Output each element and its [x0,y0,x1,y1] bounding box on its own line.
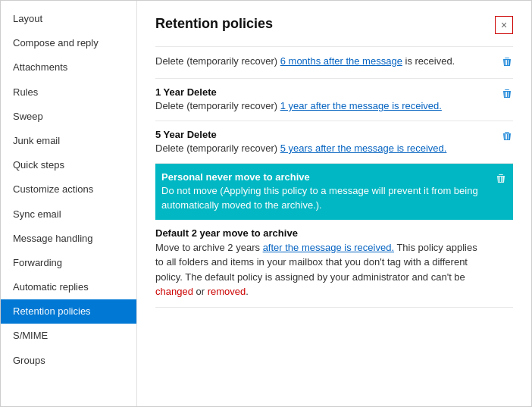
close-button[interactable]: × [495,16,513,34]
sidebar-item-groups[interactable]: Groups [1,349,136,373]
policy-desc-6-month: Delete (temporarily recover) 6 months af… [155,55,492,68]
policy-content-default-2-year: Default 2 year move to archiveMove to ar… [155,227,492,299]
policy-title-personal-never: Personal never move to archive [161,171,486,183]
page-title: Retention policies [155,16,273,32]
delete-icon-1-year[interactable] [501,88,513,102]
settings-window: LayoutCompose and replyAttachmentsRulesS… [0,0,532,407]
sidebar: LayoutCompose and replyAttachmentsRulesS… [1,1,137,406]
sidebar-item-message-handling[interactable]: Message handling [1,227,136,251]
sidebar-item-retention-policies[interactable]: Retention policies [1,299,136,324]
policy-content-6-month: Delete (temporarily recover) 6 months af… [155,55,501,68]
policy-title-5-year: 5 Year Delete [155,129,492,140]
policy-desc-default-2-year: Move to archive 2 years after the messag… [155,240,483,299]
policy-item-5-year[interactable]: 5 Year DeleteDelete (temporarily recover… [155,121,513,164]
sidebar-item-compose-reply[interactable]: Compose and reply [1,31,136,55]
policy-item-personal-never[interactable]: Personal never move to archiveDo not mov… [155,164,513,219]
sidebar-item-layout[interactable]: Layout [1,7,136,31]
policy-item-1-year[interactable]: 1 Year DeleteDelete (temporarily recover… [155,79,513,121]
sidebar-item-forwarding[interactable]: Forwarding [1,251,136,275]
policy-content-personal-never: Personal never move to archiveDo not mov… [161,171,495,211]
policy-title-default-2-year: Default 2 year move to archive [155,227,483,239]
sidebar-item-smime[interactable]: S/MIME [1,324,136,348]
policy-desc-1-year: Delete (temporarily recover) 1 year afte… [155,99,492,113]
policy-item-default-2-year[interactable]: Default 2 year move to archiveMove to ar… [155,220,513,308]
sidebar-item-junk-email[interactable]: Junk email [1,129,136,153]
delete-icon-personal-never[interactable] [495,173,507,187]
policy-content-5-year: 5 Year DeleteDelete (temporarily recover… [155,129,501,155]
main-header: Retention policies × [155,16,513,34]
policy-desc-5-year: Delete (temporarily recover) 5 years aft… [155,142,492,155]
main-content: Retention policies × Delete (temporarily… [137,1,531,406]
delete-icon-5-year[interactable] [501,130,513,145]
sidebar-item-quick-steps[interactable]: Quick steps [1,153,136,177]
policy-desc-personal-never: Do not move (Applying this policy to a m… [161,184,486,211]
policy-content-1-year: 1 Year DeleteDelete (temporarily recover… [155,86,501,113]
sidebar-item-sync-email[interactable]: Sync email [1,202,136,227]
sidebar-item-customize-actions[interactable]: Customize actions [1,177,136,202]
sidebar-item-attachments[interactable]: Attachments [1,55,136,80]
sidebar-item-sweep[interactable]: Sweep [1,105,136,129]
sidebar-item-automatic-replies[interactable]: Automatic replies [1,275,136,299]
policy-item-6-month[interactable]: Delete (temporarily recover) 6 months af… [155,46,513,79]
sidebar-item-rules[interactable]: Rules [1,80,136,105]
policy-list: Delete (temporarily recover) 6 months af… [155,46,513,308]
policy-title-1-year: 1 Year Delete [155,86,492,98]
delete-icon-6-month[interactable] [501,56,513,70]
